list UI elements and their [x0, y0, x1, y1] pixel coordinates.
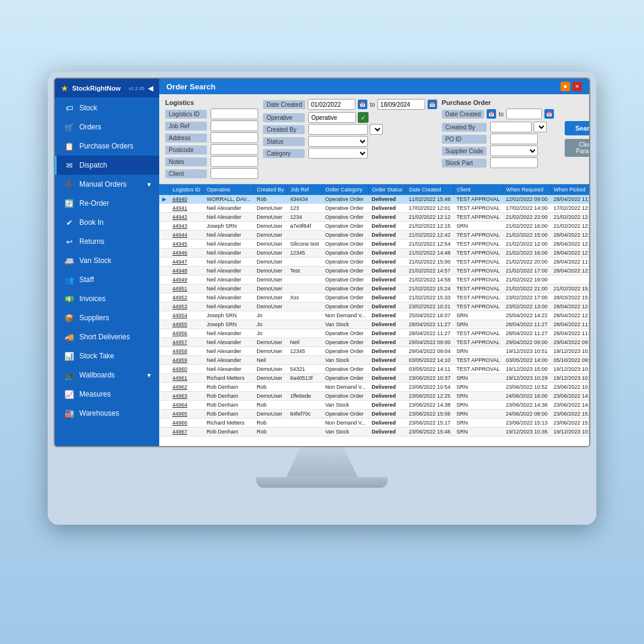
logistics-id-cell[interactable]: 44949	[169, 275, 204, 284]
table-row[interactable]: 44958Neil AlexanderDemoUser12345Operativ…	[159, 347, 589, 356]
table-row[interactable]: 44967Rob DenhamRobVan StockDelivered23/0…	[159, 428, 589, 436]
po-created-by-dropdown[interactable]	[534, 122, 547, 132]
table-row[interactable]: 44951Neil AlexanderDemoUserOperative Ord…	[159, 284, 589, 293]
sidebar-item-re-order[interactable]: 🔄 Re-Order	[55, 194, 159, 213]
client-input[interactable]	[210, 168, 258, 179]
table-row[interactable]: 44948Neil AlexanderDemoUserTestOperative…	[159, 267, 589, 275]
date-to-cal-button[interactable]: 📅	[428, 100, 437, 109]
table-row[interactable]: 44947Neil AlexanderDemoUserOperative Ord…	[159, 258, 589, 267]
sidebar-item-suppliers[interactable]: 📦 Suppliers	[55, 308, 159, 327]
sidebar-item-book-in[interactable]: ✔ Book In	[55, 213, 159, 232]
table-row[interactable]: 44956Neil AlexanderJoOperative OrderDeli…	[159, 329, 589, 338]
search-button[interactable]: Search	[565, 121, 589, 135]
logistics-id-cell[interactable]: 44952	[169, 293, 204, 302]
po-stock-part-input[interactable]	[490, 157, 538, 168]
sidebar-item-stock-take[interactable]: 📊 Stock Take	[55, 346, 159, 366]
table-row[interactable]: 44963Rob DenhamDemoUser1ffe6edeOperative…	[159, 392, 589, 401]
created-by-input[interactable]	[308, 124, 368, 135]
logistics-id-cell[interactable]: 44958	[169, 347, 204, 356]
minimize-button[interactable]: ■	[561, 82, 570, 91]
table-row[interactable]: 44955Joseph SRNJoVan StockDelivered28/04…	[159, 320, 589, 329]
po-date-to-cal-button[interactable]: 📅	[544, 109, 554, 119]
date-from-input[interactable]	[308, 99, 355, 110]
sidebar-item-warehouses[interactable]: 🏭 Warehouses	[55, 404, 159, 423]
sidebar-item-stock[interactable]: 🏷 Stock	[55, 98, 159, 117]
table-row[interactable]: 44966Richard MettersRobNon Demand V...De…	[159, 419, 589, 428]
po-date-from-cal-button[interactable]: 📅	[487, 109, 496, 119]
logistics-id-cell[interactable]: 44940	[169, 195, 204, 204]
date-to-input[interactable]	[377, 99, 425, 110]
sidebar-item-returns[interactable]: ↩ Returns	[55, 232, 159, 251]
logistics-id-cell[interactable]: 44951	[169, 284, 204, 293]
logistics-id-cell[interactable]: 44954	[169, 311, 204, 320]
sidebar-item-staff[interactable]: 👥 Staff	[55, 270, 159, 289]
table-row[interactable]: 44942Neil AlexanderDemoUser1234Operative…	[159, 213, 589, 222]
logistics-id-cell[interactable]: 44946	[169, 249, 204, 258]
table-row[interactable]: 44945Neil AlexanderDemoUserSilicone test…	[159, 240, 589, 249]
table-row[interactable]: 44959Neil AlexanderNeilVan StockDelivere…	[159, 356, 589, 365]
logistics-id-cell[interactable]: 44956	[169, 329, 204, 338]
logistics-id-cell[interactable]: 44957	[169, 338, 204, 347]
close-button[interactable]: ✕	[572, 82, 582, 91]
logistics-id-cell[interactable]: 44959	[169, 356, 204, 365]
logistics-id-cell[interactable]: 44960	[169, 365, 204, 374]
table-row[interactable]: 44949Neil AlexanderDemoUserOperative Ord…	[159, 275, 589, 284]
logistics-id-input[interactable]	[210, 109, 258, 119]
logistics-id-cell[interactable]: 44964	[169, 401, 204, 410]
created-by-dropdown[interactable]	[370, 124, 383, 135]
table-row[interactable]: 44957Neil AlexanderDemoUserNeilOperative…	[159, 338, 589, 347]
postcode-input[interactable]	[210, 144, 258, 155]
table-row[interactable]: 44962Rob DenhamRobNon Demand V...Deliver…	[159, 383, 589, 392]
sidebar-item-invoices[interactable]: 💵 Invoices	[55, 289, 159, 308]
table-row[interactable]: 44954Joseph SRNJoNon Demand V...Delivere…	[159, 311, 589, 320]
address-input[interactable]	[210, 132, 258, 143]
sidebar-item-purchase-orders[interactable]: 📋 Purchase Orders	[55, 137, 159, 156]
po-date-to-input[interactable]	[506, 109, 542, 119]
logistics-id-cell[interactable]: 44941	[169, 204, 204, 213]
table-row[interactable]: 44941Neil AlexanderDemoUser123Operative …	[159, 204, 589, 213]
logistics-id-cell[interactable]: 44962	[169, 383, 204, 392]
sidebar-item-van-stock[interactable]: 🚐 Van Stock	[55, 251, 159, 270]
logistics-id-cell[interactable]: 44948	[169, 267, 204, 275]
logistics-id-cell[interactable]: 44944	[169, 231, 204, 240]
logistics-id-cell[interactable]: 44955	[169, 320, 204, 329]
logistics-id-cell[interactable]: 44945	[169, 240, 204, 249]
logistics-id-cell[interactable]: 44947	[169, 258, 204, 267]
table-row[interactable]: 44952Neil AlexanderDemoUserXxxOperative …	[159, 293, 589, 302]
table-row[interactable]: 44960Neil AlexanderDemoUser54321Operativ…	[159, 365, 589, 374]
table-row[interactable]: 44944Neil AlexanderDemoUserOperative Ord…	[159, 231, 589, 240]
status-dropdown[interactable]	[308, 136, 368, 147]
logistics-id-cell[interactable]: 44943	[169, 222, 204, 231]
table-row[interactable]: ▶44940WORRALL, DAV...Rob434434Operative …	[159, 195, 589, 204]
clear-params-button[interactable]: Clear Params	[565, 139, 589, 157]
category-dropdown[interactable]	[308, 148, 368, 159]
notes-input[interactable]	[210, 156, 258, 167]
table-row[interactable]: 44943Joseph SRNDemoUsera7e9f84fOperative…	[159, 222, 589, 231]
operative-confirm-button[interactable]: ✓	[358, 112, 369, 123]
logistics-id-cell[interactable]: 44965	[169, 410, 204, 419]
job-ref-input[interactable]	[210, 120, 258, 131]
po-supplier-code-dropdown[interactable]	[490, 145, 538, 156]
date-from-cal-button[interactable]: 📅	[358, 100, 367, 109]
logistics-id-cell[interactable]: 44942	[169, 213, 204, 222]
sidebar-item-orders[interactable]: 🛒 Orders	[55, 117, 159, 137]
table-row[interactable]: 44965Rob DenhamDemoUser84fef70cOperative…	[159, 410, 589, 419]
table-row[interactable]: 44953Neil AlexanderDemoUserOperative Ord…	[159, 302, 589, 311]
po-created-by-input[interactable]	[490, 122, 532, 132]
sidebar-item-manual-orders[interactable]: ➕ Manual Orders ▼	[55, 175, 159, 194]
logistics-id-cell[interactable]: 44966	[169, 419, 204, 428]
table-row[interactable]: 44964Rob DenhamRobVan StockDelivered23/0…	[159, 401, 589, 410]
po-id-input[interactable]	[490, 134, 538, 144]
sidebar-item-short-deliveries[interactable]: 🚚 Short Deliveries	[55, 327, 159, 346]
table-row[interactable]: 44946Neil AlexanderDemoUser12345Operativ…	[159, 249, 589, 258]
sidebar-item-measures[interactable]: 📈 Measures	[55, 385, 159, 404]
sidebar-item-dispatch[interactable]: ✉ Dispatch	[55, 156, 159, 175]
logistics-id-cell[interactable]: 44953	[169, 302, 204, 311]
sidebar-item-wallboards[interactable]: 📺 Wallboards ▼	[55, 366, 159, 385]
logistics-id-cell[interactable]: 44963	[169, 392, 204, 401]
operative-input[interactable]	[308, 112, 356, 123]
sidebar-collapse-icon[interactable]: ◀	[148, 84, 153, 92]
logistics-id-cell[interactable]: 44967	[169, 428, 204, 436]
logistics-id-cell[interactable]: 44961	[169, 374, 204, 383]
table-row[interactable]: 44961Richard MettersDemoUser6a40513fOper…	[159, 374, 589, 383]
